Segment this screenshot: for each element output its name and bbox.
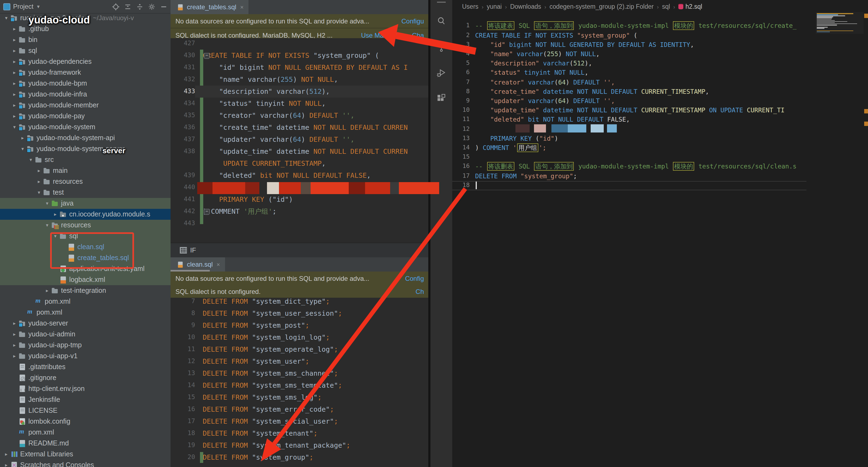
tree-item-yudao-server[interactable]: ▸yudao-server <box>0 318 170 329</box>
tree-item-yudao-module-system-server[interactable]: ▾yudao-module-system-server <box>0 143 170 154</box>
tree-item--gitignore[interactable]: .gitignore <box>0 372 170 383</box>
tree-item--gitattributes[interactable]: .gitattributes <box>0 361 170 372</box>
vs-code-line-2[interactable]: 2CREATE TABLE IF NOT EXISTS "system_grou… <box>452 31 868 40</box>
tree-item-scratches-and-consoles[interactable]: ▸Scratches and Consoles <box>0 460 170 467</box>
vs-code-line-16[interactable]: 16-- 将该删表 SQL 语句，添加到 yudao-module-system… <box>452 162 868 172</box>
expand-all-icon[interactable] <box>124 3 131 10</box>
chevron-right-icon[interactable]: ▸ <box>11 48 18 53</box>
collapse-all-icon[interactable] <box>136 3 143 10</box>
tree-item-sql[interactable]: ▸sql <box>0 45 170 56</box>
code-line-432[interactable]: 432 "name" varchar(255) NOT NULL, <box>170 74 429 86</box>
breadcrumb-file[interactable]: h2.sql <box>678 3 702 10</box>
code-line-15[interactable]: 15DELETE FROM "system_sms_log"; <box>170 391 429 404</box>
close-icon[interactable]: × <box>217 261 220 268</box>
change-dialect-link[interactable]: Ch <box>415 288 424 295</box>
vs-code-line-9[interactable]: 9 "updater" varchar(64) DEFAULT '', <box>452 96 868 106</box>
chevron-right-icon[interactable]: ▸ <box>11 81 18 86</box>
hide-panel-icon[interactable] <box>160 3 167 10</box>
code-line-18[interactable]: 18DELETE FROM "system_tenant"; <box>170 428 429 439</box>
code-line-442[interactable]: 442) COMMENT '用户组';− <box>170 206 429 217</box>
vs-code-line-3[interactable]: 3 "id" bigint NOT NULL GENERATED BY DEFA… <box>452 40 868 50</box>
tree-item-test-integration[interactable]: ▸test-integration <box>0 285 170 296</box>
code-line-427[interactable]: 427 <box>170 38 429 50</box>
code-line-437[interactable]: 437 "updater" varchar(64) DEFAULT '', <box>170 134 429 146</box>
chevron-right-icon[interactable]: ▸ <box>36 168 42 173</box>
vs-code-line-15[interactable]: 15 <box>452 153 868 162</box>
tree-item-yudao-dependencies[interactable]: ▸yudao-dependencies <box>0 56 170 67</box>
close-icon[interactable]: × <box>240 4 244 10</box>
chevron-down-icon[interactable]: ▾ <box>44 201 50 206</box>
vs-code-line-12[interactable]: 12 <box>452 124 868 134</box>
chevron-right-icon[interactable]: ▸ <box>11 343 18 348</box>
vs-code-line-10[interactable]: 10 "update_time" datetime NOT NULL DEFAU… <box>452 106 868 115</box>
code-line-14[interactable]: 14DELETE FROM "system_sms_template"; <box>170 379 429 391</box>
extensions-icon[interactable] <box>430 89 452 108</box>
chevron-right-icon[interactable]: ▸ <box>11 331 18 337</box>
tree-item-yudao-ui-admin[interactable]: ▸yudao-ui-admin <box>0 329 170 340</box>
create-tables-editor[interactable]: 427430CREATE TABLE IF NOT EXISTS "system… <box>170 38 429 243</box>
code-line-9[interactable]: 9DELETE FROM "system_post"; <box>170 320 429 331</box>
breadcrumb-item[interactable]: codegen-system_group (2).zip Folder <box>550 3 654 10</box>
code-line-433[interactable]: 433 "description" varchar(512), <box>170 86 429 97</box>
tree-item-pom-xml[interactable]: pom.xml <box>0 427 170 438</box>
code-line-11[interactable]: 11DELETE FROM "system_operate_log"; <box>170 344 429 355</box>
chevron-right-icon[interactable]: ▸ <box>20 135 26 141</box>
fold-marker-icon[interactable]: − <box>204 53 210 59</box>
vs-code-line-14[interactable]: 14) COMMENT '用户组'; <box>452 143 868 153</box>
code-line-wrap[interactable]: UPDATE CURRENT_TIMESTAMP, <box>170 157 429 170</box>
chevron-right-icon[interactable]: ▸ <box>11 353 18 359</box>
tree-item-pom-xml[interactable]: pom.xml <box>0 296 170 307</box>
code-line-431[interactable]: 431 "id" bigint NOT NULL GENERATED BY DE… <box>170 62 429 74</box>
tree-item-yudao-framework[interactable]: ▸yudao-framework <box>0 67 170 78</box>
chevron-right-icon[interactable]: ▸ <box>11 26 18 32</box>
tree-item-yudao-module-pay[interactable]: ▸yudao-module-pay <box>0 111 170 122</box>
code-line-20[interactable]: 20DELETE FROM "system_group"; <box>170 451 429 463</box>
breadcrumb-item[interactable]: Downloads <box>510 3 541 10</box>
vs-code-line-8[interactable]: 8 "create_time" datetime NOT NULL DEFAUL… <box>452 87 868 96</box>
tree-item-test[interactable]: ▾test <box>0 187 170 198</box>
chevron-right-icon[interactable]: ▸ <box>11 70 18 75</box>
tree-item-yudao-ui-app-v1[interactable]: ▸yudao-ui-app-v1 <box>0 351 170 361</box>
vs-code-line-1[interactable]: 1-- 将该建表 SQL 语句，添加到 yudao-module-system-… <box>452 22 868 31</box>
code-line-10[interactable]: 10DELETE FROM "system_login_log"; <box>170 331 429 344</box>
tree-item-yudao-module-infra[interactable]: ▸yudao-module-infra <box>0 89 170 100</box>
chevron-right-icon[interactable]: ▸ <box>11 59 18 64</box>
tree-item-src[interactable]: ▾src <box>0 154 170 165</box>
tree-item-main[interactable]: ▸main <box>0 165 170 176</box>
vs-code-line-18[interactable]: 18 <box>452 181 868 190</box>
chevron-right-icon[interactable]: ▸ <box>11 103 18 108</box>
configure-link[interactable]: Config <box>405 274 424 282</box>
breadcrumb-item[interactable]: sql <box>662 3 670 10</box>
chevron-right-icon[interactable]: ▸ <box>11 37 18 42</box>
code-line-8[interactable]: 8DELETE FROM "system_user_session"; <box>170 308 429 320</box>
gear-icon[interactable] <box>148 3 155 10</box>
code-line-443[interactable]: 443 <box>170 217 429 230</box>
chevron-down-icon[interactable]: ▾ <box>11 124 18 130</box>
tree-item-yudao-module-member[interactable]: ▸yudao-module-member <box>0 100 170 111</box>
tree-item-yudao-module-system[interactable]: ▾yudao-module-system <box>0 122 170 133</box>
chevron-right-icon[interactable]: ▸ <box>3 451 9 457</box>
chevron-down-icon[interactable]: ▾ <box>20 146 26 152</box>
tree-item-java[interactable]: ▾java <box>0 198 170 209</box>
chevron-down-icon[interactable]: ▼ <box>36 4 40 9</box>
code-line-17[interactable]: 17DELETE FROM "system_social_user"; <box>170 415 429 428</box>
chevron-right-icon[interactable]: ▸ <box>11 113 18 119</box>
vs-code-line-5[interactable]: 5 "description" varchar(512), <box>452 59 868 68</box>
configure-link[interactable]: Configu <box>401 17 424 25</box>
tree-item-cn-iocoder-yudao-module-s[interactable]: ▸cn.iocoder.yudao.module.s <box>0 209 170 220</box>
tab-clean-sql[interactable]: clean.sql × <box>170 257 225 271</box>
fold-marker-icon[interactable]: − <box>204 209 210 215</box>
code-line-430[interactable]: 430CREATE TABLE IF NOT EXISTS "system_gr… <box>170 50 429 62</box>
locate-icon[interactable] <box>112 3 119 10</box>
change-dialect-link[interactable]: Cha <box>412 31 424 39</box>
vs-code-line-17[interactable]: 17DELETE FROM "system_group"; <box>452 172 868 181</box>
search-icon[interactable] <box>430 12 452 31</box>
tab-create-tables-sql[interactable]: create_tables.sql × <box>170 0 248 14</box>
tree-item-readme-md[interactable]: README.md <box>0 438 170 449</box>
use-mariadb-link[interactable]: Use MariaDB <box>361 31 400 39</box>
h2-sql-editor[interactable]: 1-- 将该建表 SQL 语句，添加到 yudao-module-system-… <box>452 13 868 467</box>
structure-label[interactable]: IF <box>190 246 196 254</box>
clean-sql-editor[interactable]: 7DELETE FROM "system_dict_type";8DELETE … <box>170 298 429 467</box>
code-line-438[interactable]: 438 "update_time" datetime NOT NULL DEFA… <box>170 146 429 157</box>
tree-item-pom-xml[interactable]: pom.xml <box>0 307 170 318</box>
